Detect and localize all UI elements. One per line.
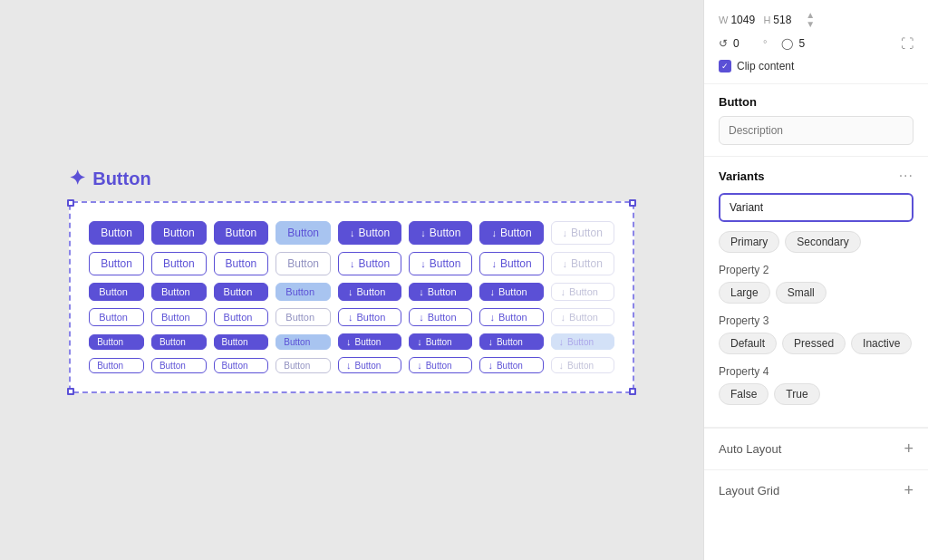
tag-small[interactable]: Small xyxy=(776,282,826,304)
btn-sm-filled-2[interactable]: Button xyxy=(151,334,207,350)
btn-md-outline-2[interactable]: Button xyxy=(151,308,207,326)
radius-field: ◯ 5 xyxy=(781,37,826,50)
clip-content-label: Clip content xyxy=(737,60,794,72)
tag-large[interactable]: Large xyxy=(719,282,770,304)
variants-title: Variants xyxy=(719,169,765,183)
component-name: Button xyxy=(92,169,150,189)
property4-tags: False True xyxy=(719,383,914,405)
btn-md-outline-ghost-1[interactable]: Button xyxy=(551,308,614,326)
button-grid: Button Button Button Button Button Butto… xyxy=(89,221,614,373)
width-field: W 1049 xyxy=(719,14,758,26)
radius-value[interactable]: 5 xyxy=(798,37,826,50)
btn-outline-icon-1[interactable]: Button xyxy=(338,252,401,275)
btn-primary-filled-3[interactable]: Button xyxy=(214,221,269,245)
auto-layout-add-icon[interactable]: + xyxy=(904,439,914,459)
btn-xs-outline-2[interactable]: Button xyxy=(151,358,207,373)
tag-false[interactable]: False xyxy=(719,383,768,405)
layout-grid-label: Layout Grid xyxy=(719,484,779,497)
btn-icon-ghost-1[interactable]: Button xyxy=(551,221,614,245)
btn-sm-sec-1[interactable]: Button xyxy=(276,334,331,350)
layout-grid-add-icon[interactable]: + xyxy=(904,481,914,500)
tag-default[interactable]: Default xyxy=(719,333,777,354)
btn-primary-filled-1[interactable]: Button xyxy=(89,221,144,245)
btn-md-outline-ghost-1[interactable]: Button xyxy=(276,308,331,326)
h-value[interactable]: 518 xyxy=(773,14,800,26)
dims-row: W 1049 H 518 ▲▼ xyxy=(719,11,914,29)
btn-md-filled-2[interactable]: Button xyxy=(151,283,207,301)
btn-md-outline-3[interactable]: Button xyxy=(214,308,269,326)
btn-icon-filled-3[interactable]: Button xyxy=(479,221,543,245)
property4-section: Property 4 False True xyxy=(719,365,914,405)
btn-md-outline-icon-1[interactable]: Button xyxy=(338,308,401,326)
corner-handle-tl[interactable] xyxy=(67,199,74,207)
btn-md-icon-2[interactable]: Button xyxy=(409,283,472,301)
component-wrapper: ✦ Button Button Button Button Button But… xyxy=(69,167,634,393)
more-button[interactable]: ··· xyxy=(899,168,914,184)
angle-symbol: ↺ xyxy=(719,37,728,50)
variants-header: Variants ··· xyxy=(719,168,914,184)
corner-handle-tr[interactable] xyxy=(629,199,636,207)
tag-secondary[interactable]: Secondary xyxy=(785,231,860,253)
btn-secondary-filled-1[interactable]: Button xyxy=(276,221,331,245)
btn-icon-filled-2[interactable]: Button xyxy=(409,221,472,245)
btn-md-sec-1[interactable]: Button xyxy=(276,283,331,301)
property3-tags: Default Pressed Inactive xyxy=(719,333,914,354)
btn-md-ghost-1[interactable]: Button xyxy=(551,283,614,301)
btn-sm-filled-1[interactable]: Button xyxy=(89,334,144,350)
btn-md-outline-icon-3[interactable]: Button xyxy=(479,308,543,326)
tag-inactive[interactable]: Inactive xyxy=(851,333,912,354)
property3-section: Property 3 Default Pressed Inactive xyxy=(719,314,914,354)
btn-outline-2[interactable]: Button xyxy=(151,252,207,275)
variant-input-row xyxy=(719,193,914,222)
auto-layout-section[interactable]: Auto Layout + xyxy=(704,428,928,469)
layout-grid-section[interactable]: Layout Grid + xyxy=(704,469,928,511)
btn-sm-icon-1[interactable]: Button xyxy=(338,333,401,350)
btn-outline-icon-2[interactable]: Button xyxy=(409,252,472,275)
btn-md-outline-1[interactable]: Button xyxy=(89,308,144,326)
btn-outline-ghost-1[interactable]: Button xyxy=(276,252,331,275)
property2-section: Property 2 Large Small xyxy=(719,264,914,304)
w-value[interactable]: 1049 xyxy=(730,14,758,26)
btn-primary-filled-2[interactable]: Button xyxy=(151,221,207,245)
fullscreen-icon[interactable]: ⛶ xyxy=(901,36,914,51)
btn-xs-outline-3[interactable]: Button xyxy=(214,358,269,373)
btn-md-icon-1[interactable]: Button xyxy=(338,283,401,301)
btn-sm-icon-2[interactable]: Button xyxy=(409,333,472,350)
wh-stepper[interactable]: ▲▼ xyxy=(806,11,815,29)
btn-sm-filled-3[interactable]: Button xyxy=(214,334,269,350)
btn-xs-outline-icon-1[interactable]: Button xyxy=(338,357,401,373)
btn-outline-1[interactable]: Button xyxy=(89,252,144,275)
clip-content-row: ✓ Clip content xyxy=(719,60,914,72)
tag-true[interactable]: True xyxy=(774,383,819,405)
btn-md-filled-3[interactable]: Button xyxy=(214,283,269,301)
tag-primary[interactable]: Primary xyxy=(719,231,779,253)
btn-outline-icon-ghost-1[interactable]: Button xyxy=(551,252,614,275)
corner-handle-br[interactable] xyxy=(629,388,636,395)
btn-xs-outline-1[interactable]: Button xyxy=(89,358,144,373)
btn-xs-outline-icon-2[interactable]: Button xyxy=(409,357,472,373)
description-input[interactable] xyxy=(719,116,914,145)
btn-sm-icon-3[interactable]: Button xyxy=(479,333,543,350)
btn-icon-filled-1[interactable]: Button xyxy=(338,221,401,245)
corner-handle-bl[interactable] xyxy=(67,388,74,395)
angle-value[interactable]: 0 xyxy=(733,37,760,50)
btn-xs-outline-ghost-1[interactable]: Button xyxy=(551,357,614,373)
btn-md-outline-icon-2[interactable]: Button xyxy=(409,308,472,326)
angle-label: ° xyxy=(763,38,767,49)
btn-xs-outline-icon-3[interactable]: Button xyxy=(479,357,543,373)
w-label: W xyxy=(719,14,728,25)
radius-symbol: ◯ xyxy=(781,37,793,50)
btn-xs-outline-ghost-1[interactable]: Button xyxy=(276,358,331,373)
btn-sm-ghost-1[interactable]: Button xyxy=(551,333,614,350)
clip-content-checkbox[interactable]: ✓ xyxy=(719,60,731,72)
right-panel: W 1049 H 518 ▲▼ ↺ 0 ° ◯ 5 ⛶ ✓ Clip conte… xyxy=(703,0,928,560)
btn-outline-3[interactable]: Button xyxy=(214,252,269,275)
property4-label: Property 4 xyxy=(719,365,914,378)
angle-row: ↺ 0 ° ◯ 5 ⛶ xyxy=(719,36,914,51)
height-field: H 518 xyxy=(763,14,800,26)
btn-md-icon-3[interactable]: Button xyxy=(479,283,543,301)
tag-pressed[interactable]: Pressed xyxy=(782,333,846,354)
btn-md-filled-1[interactable]: Button xyxy=(89,283,144,301)
btn-outline-icon-3[interactable]: Button xyxy=(479,252,543,275)
variant-input[interactable] xyxy=(719,193,914,222)
